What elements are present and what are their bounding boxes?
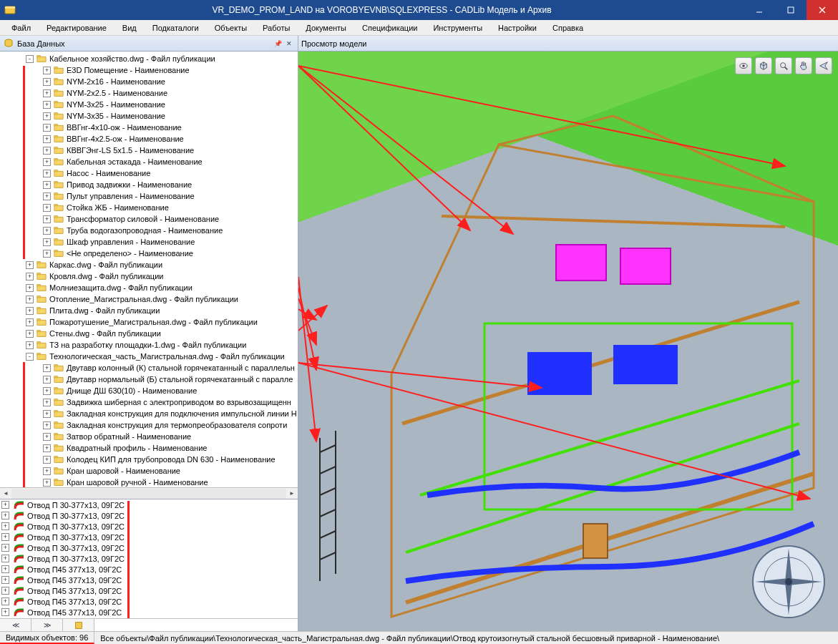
tree-node[interactable]: +Молниезащита.dwg - Файл публикации	[0, 282, 298, 293]
collapse-icon[interactable]: -	[26, 353, 34, 361]
expand-icon[interactable]: +	[43, 444, 51, 452]
list-item[interactable]: +Отвод П 30-377x13, 09Г2С	[0, 532, 298, 542]
expand-icon[interactable]: +	[43, 376, 51, 384]
nav-first-button[interactable]: ≪	[0, 619, 31, 631]
tree-node[interactable]: +Кран шаровой ручной - Наименование	[0, 477, 298, 487]
tree-node[interactable]: +ТЗ на разработку площадки-1.dwg - Файл …	[0, 339, 298, 351]
tree-node[interactable]: +Трансформатор силовой - Наименование	[0, 213, 298, 225]
list-item[interactable]: +Отвод П45 377x13, 09Г2С	[0, 596, 298, 607]
list-item[interactable]: +Отвод П 30-377x13, 09Г2С	[0, 521, 298, 532]
expand-icon[interactable]: +	[43, 135, 51, 143]
tree-node[interactable]: +Квадратный профиль - Наименование	[0, 442, 298, 454]
tree-node[interactable]: +NYM-3x35 - Наименование	[0, 110, 298, 122]
tree-node[interactable]: +Каркас.dwg - Файл публикации	[0, 259, 298, 270]
tree-node[interactable]: +Отопление_Магистральная.dwg - Файл публ…	[0, 293, 298, 305]
model-viewport[interactable]	[298, 52, 838, 631]
scroll-left-icon[interactable]: ◄	[0, 489, 11, 499]
list-item[interactable]: +Отвод П 30-377x13, 09Г2С	[0, 499, 298, 510]
tree-node[interactable]: +Закладная конструкция для подключения и…	[0, 408, 298, 419]
expand-icon[interactable]: +	[43, 456, 51, 464]
tree-node[interactable]: +NYM-2x2.5 - Наименование	[0, 87, 298, 99]
list-item[interactable]: +Отвод П45 377x13, 09Г2С	[0, 564, 298, 575]
tree-node[interactable]: +<Не определено> - Наименование	[0, 248, 298, 259]
maximize-button[interactable]	[775, 0, 807, 20]
list-item[interactable]: +Отвод П 30-377x13, 09Г2С	[0, 510, 298, 521]
tree-node[interactable]: +NYM-2x16 - Наименование	[0, 76, 298, 87]
tree-node[interactable]: +ВВГнг-4x10-ож - Наименование	[0, 122, 298, 133]
tree-node[interactable]: +NYM-3x25 - Наименование	[0, 99, 298, 110]
menu-редактирование[interactable]: Редактирование	[39, 22, 114, 34]
tree-node[interactable]: +Двутавр колонный (К) стальной горячекат…	[0, 362, 298, 374]
menu-объекты[interactable]: Объекты	[208, 22, 254, 34]
menu-работы[interactable]: Работы	[255, 22, 297, 34]
expand-icon[interactable]: +	[1, 501, 9, 509]
menu-настройки[interactable]: Настройки	[491, 22, 544, 34]
expand-icon[interactable]: +	[43, 433, 51, 441]
pin-icon[interactable]: 📌	[272, 38, 283, 49]
tree-node[interactable]: +Колодец КИП для трубопровода DN 630 - Н…	[0, 454, 298, 465]
expand-icon[interactable]: +	[1, 597, 9, 605]
expand-icon[interactable]: +	[26, 307, 34, 315]
expand-icon[interactable]: +	[43, 250, 51, 258]
view-zoom-button[interactable]	[775, 57, 792, 74]
menu-подкаталоги[interactable]: Подкаталоги	[145, 22, 206, 34]
menu-инструменты[interactable]: Инструменты	[426, 22, 489, 34]
expand-icon[interactable]: +	[43, 467, 51, 475]
expand-icon[interactable]: +	[43, 410, 51, 418]
nav-view-button[interactable]	[63, 619, 94, 631]
selection-list[interactable]: +Отвод П 30-377x13, 09Г2С+Отвод П 30-377…	[0, 499, 298, 618]
tree-node[interactable]: +Насос - Наименование	[0, 167, 298, 179]
view-eye-button[interactable]	[735, 57, 752, 74]
tree-horizontal-scrollbar[interactable]: ◄ ►	[0, 487, 298, 499]
menu-спецификации[interactable]: Спецификации	[355, 22, 424, 34]
view-pan-button[interactable]	[795, 57, 812, 74]
expand-icon[interactable]: +	[1, 576, 9, 584]
tree-node[interactable]: +Шкаф управления - Наименование	[0, 236, 298, 248]
expand-icon[interactable]: +	[1, 512, 9, 519]
expand-icon[interactable]: +	[43, 387, 51, 395]
tree-node[interactable]: -Кабельное хозяйство.dwg - Файл публикац…	[0, 53, 298, 64]
expand-icon[interactable]: +	[43, 101, 51, 109]
tree-node[interactable]: +Кровля.dwg - Файл публикации	[0, 270, 298, 282]
expand-icon[interactable]: +	[43, 78, 51, 86]
expand-icon[interactable]: +	[43, 364, 51, 372]
view-cube-button[interactable]	[755, 57, 772, 74]
tree-node[interactable]: -Технологическая_часть_Магистральная.dwg…	[0, 351, 298, 362]
expand-icon[interactable]: +	[26, 330, 34, 338]
expand-icon[interactable]: +	[26, 273, 34, 280]
expand-icon[interactable]: +	[43, 227, 51, 235]
tree-node[interactable]: +ВВГнг-4x2.5-ож - Наименование	[0, 133, 298, 145]
expand-icon[interactable]: +	[26, 261, 34, 269]
tree-node[interactable]: +Закладная конструкция для термопреобраз…	[0, 419, 298, 431]
expand-icon[interactable]: +	[43, 479, 51, 487]
expand-icon[interactable]: +	[1, 544, 9, 552]
tree-node[interactable]: +Кран шаровой - Наименование	[0, 465, 298, 477]
menu-документы[interactable]: Документы	[298, 22, 354, 34]
nav-last-button[interactable]: ≫	[31, 619, 63, 631]
expand-icon[interactable]: +	[43, 399, 51, 406]
expand-icon[interactable]: +	[1, 608, 9, 616]
expand-icon[interactable]: +	[43, 147, 51, 155]
tree-node[interactable]: +Привод задвижки - Наименование	[0, 179, 298, 190]
expand-icon[interactable]: +	[43, 238, 51, 246]
tree-node[interactable]: +Затвор обратный - Наименование	[0, 431, 298, 442]
tree-node[interactable]: +E3D Помещение - Наименование	[0, 64, 298, 76]
list-item[interactable]: +Отвод П 30-377x13, 09Г2С	[0, 542, 298, 553]
tree-node[interactable]: +Пожаротушение_Магистральная.dwg - Файл …	[0, 316, 298, 328]
menu-файл[interactable]: Файл	[4, 22, 38, 34]
expand-icon[interactable]: +	[43, 192, 51, 200]
tree-node[interactable]: +КВВГЭнг-LS 5x1.5 - Наименование	[0, 145, 298, 156]
compass-icon[interactable]	[749, 542, 828, 621]
collapse-icon[interactable]: -	[26, 55, 34, 63]
expand-icon[interactable]: +	[43, 204, 51, 212]
tree-node[interactable]: +Плита.dwg - Файл публикации	[0, 305, 298, 316]
tree-node[interactable]: +Стены.dwg - Файл публикации	[0, 328, 298, 339]
tree-node[interactable]: +Пульт управления - Наименование	[0, 190, 298, 202]
menu-справка[interactable]: Справка	[545, 22, 590, 34]
close-button[interactable]	[807, 0, 838, 20]
expand-icon[interactable]: +	[43, 89, 51, 97]
expand-icon[interactable]: +	[43, 181, 51, 189]
object-tree[interactable]: -Кабельное хозяйство.dwg - Файл публикац…	[0, 52, 298, 487]
expand-icon[interactable]: +	[1, 533, 9, 541]
list-item[interactable]: +Отвод П45 377x13, 09Г2С	[0, 607, 298, 618]
